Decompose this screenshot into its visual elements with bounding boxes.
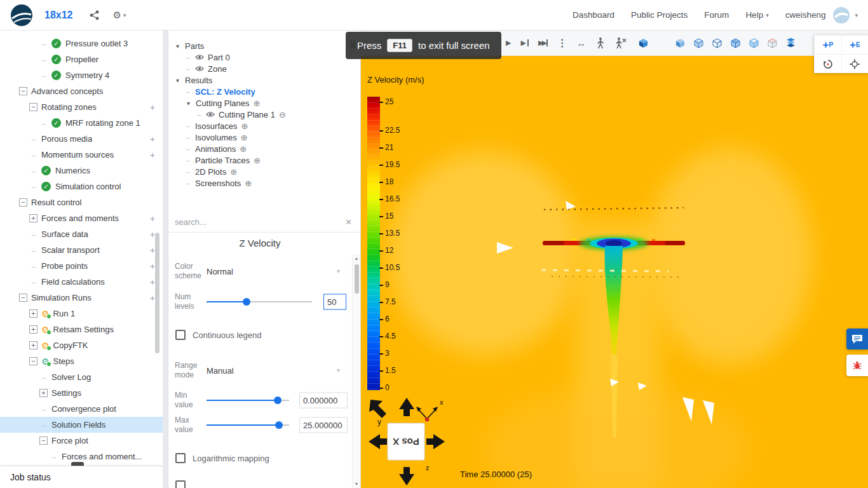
tree-item-zone[interactable]: –Zone bbox=[168, 63, 360, 74]
continuous-legend-checkbox[interactable] bbox=[175, 330, 186, 340]
add-circle-icon[interactable]: ⊕ bbox=[230, 167, 237, 177]
range-mode-select[interactable]: Manual ▾ bbox=[207, 366, 340, 376]
collapse-toggle-icon[interactable]: − bbox=[29, 103, 37, 111]
chat-button[interactable] bbox=[846, 329, 868, 349]
add-button[interactable]: + bbox=[150, 277, 155, 287]
project-title[interactable]: 18x12 bbox=[44, 10, 73, 21]
chevron-down-icon[interactable]: ▾ bbox=[184, 100, 193, 107]
add-button[interactable]: + bbox=[150, 293, 155, 303]
nav-forum[interactable]: Forum bbox=[704, 10, 729, 20]
min-value-input[interactable] bbox=[299, 393, 348, 409]
skip-to-end-button[interactable]: ▶▶ bbox=[538, 39, 548, 47]
tree-item-solver-log[interactable]: –Solver Log bbox=[0, 369, 163, 385]
view-orbit-button[interactable] bbox=[656, 37, 668, 49]
add-circle-icon[interactable]: ⊕ bbox=[241, 133, 248, 142]
tree-item-advanced-concepts[interactable]: −Advanced concepts bbox=[0, 83, 163, 99]
tree-item-force-plot[interactable]: −Force plot bbox=[0, 433, 163, 449]
expand-toggle-icon[interactable]: + bbox=[29, 214, 37, 222]
tree-item-symmetry-4[interactable]: –✓Symmetry 4 bbox=[0, 67, 163, 83]
app-logo[interactable] bbox=[10, 4, 33, 27]
close-icon[interactable]: × bbox=[343, 217, 354, 228]
add-circle-icon[interactable]: ⊕ bbox=[254, 156, 261, 165]
chevron-down-icon[interactable]: ▾ bbox=[173, 43, 182, 50]
view-cube-outline-button[interactable] bbox=[711, 37, 723, 49]
tree-item-2d-plots[interactable]: –2D Plots⊕ bbox=[168, 166, 360, 177]
project-settings-gear-icon[interactable]: ⚙▾ bbox=[113, 10, 126, 21]
viewer-3d[interactable]: ▶▶▶▶⋮↔ +P +E bbox=[361, 30, 868, 488]
tree-item-simulation-runs[interactable]: −Simulation Runs+ bbox=[0, 290, 163, 306]
expand-toggle-icon[interactable]: + bbox=[39, 389, 48, 397]
tree-item-cutting-planes[interactable]: ▾Cutting Planes⊕ bbox=[168, 97, 360, 109]
add-circle-icon[interactable]: ⊕ bbox=[245, 179, 252, 188]
add-button[interactable]: + bbox=[150, 134, 155, 144]
tree-item-mrf-rotating-zone-1[interactable]: –✓MRF rotating zone 1 bbox=[0, 115, 163, 131]
report-issue-button[interactable] bbox=[846, 355, 868, 376]
add-circle-icon[interactable]: ⊕ bbox=[254, 98, 261, 108]
user-menu-caret-icon[interactable]: ▾ bbox=[855, 12, 858, 18]
tree-item-forces-and-moments[interactable]: +Forces and moments+ bbox=[0, 210, 163, 226]
scroll-down-icon[interactable]: ▼ bbox=[353, 482, 360, 486]
view-layers-button[interactable] bbox=[785, 37, 797, 49]
tree-item-numerics[interactable]: –✓Numerics bbox=[0, 163, 163, 179]
add-probe-point-button[interactable]: +P bbox=[814, 35, 841, 54]
tree-item-momentum-sources[interactable]: –Momentum sources+ bbox=[0, 147, 163, 163]
tree-item-simulation-control[interactable]: –✓Simulation control bbox=[0, 179, 163, 194]
add-button[interactable]: + bbox=[150, 229, 155, 240]
slider-thumb[interactable] bbox=[243, 298, 250, 306]
tree-item-isovolumes[interactable]: –Isovolumes⊕ bbox=[168, 132, 360, 143]
view-cube-solid-button[interactable] bbox=[637, 37, 649, 49]
tree-item-scl-z-velocity[interactable]: –SCL: Z Velocity bbox=[168, 86, 360, 97]
center-view-button[interactable] bbox=[841, 54, 868, 73]
add-button[interactable]: + bbox=[150, 150, 155, 160]
color-scheme-select[interactable]: Normal ▾ bbox=[207, 267, 340, 276]
tree-item-porous-media[interactable]: –Porous media+ bbox=[0, 131, 163, 147]
viewer-canvas[interactable]: Pos X y z x Z Velocity (m/s) 2522.52119.… bbox=[361, 56, 868, 488]
tree-item-copyftk[interactable]: +⚙CopyFTK bbox=[0, 337, 163, 353]
measure-tool-button[interactable]: ↔ bbox=[577, 38, 586, 48]
tree-item-solution-fields[interactable]: –Solution Fields bbox=[0, 417, 163, 433]
num-levels-input[interactable] bbox=[323, 294, 346, 310]
eye-icon[interactable] bbox=[195, 54, 204, 60]
tree-item-propeller[interactable]: –✓Propeller bbox=[0, 51, 163, 67]
tree-item-convergence-plot[interactable]: –Convergence plot bbox=[0, 401, 163, 417]
tree-item-surface-data[interactable]: –Surface data+ bbox=[0, 226, 163, 242]
job-status-bar[interactable]: Job status bbox=[0, 466, 163, 488]
nav-public-projects[interactable]: Public Projects bbox=[631, 10, 688, 20]
num-levels-slider[interactable] bbox=[207, 297, 312, 306]
free-rotate-button[interactable] bbox=[814, 54, 841, 73]
sidebar-scrollbar[interactable] bbox=[155, 233, 159, 353]
chevron-down-icon[interactable]: ▾ bbox=[173, 77, 182, 84]
tree-item-pressure-outlet-3[interactable]: –✓Pressure outlet 3 bbox=[0, 36, 163, 51]
play-button[interactable]: ▶ bbox=[506, 39, 511, 47]
tree-item-particle-traces[interactable]: –Particle Traces⊕ bbox=[168, 154, 360, 166]
tree-item-cutting-plane-1[interactable]: –Cutting Plane 1⊖ bbox=[168, 109, 360, 120]
slider-thumb[interactable] bbox=[274, 396, 281, 404]
walkthrough-button[interactable] bbox=[595, 37, 606, 49]
slider-thumb[interactable] bbox=[275, 421, 283, 429]
view-grid-button[interactable] bbox=[748, 37, 760, 49]
more-options-button[interactable]: ⋮ bbox=[557, 37, 567, 49]
add-circle-icon[interactable]: ⊕ bbox=[241, 121, 248, 131]
tree-item-scalar-transport[interactable]: –Scalar transport+ bbox=[0, 242, 163, 258]
add-button[interactable]: + bbox=[150, 214, 155, 224]
partially-visible-checkbox[interactable] bbox=[175, 480, 186, 488]
scrollbar-thumb[interactable] bbox=[355, 264, 359, 294]
remove-circle-icon[interactable]: ⊖ bbox=[279, 110, 286, 119]
username[interactable]: cweisheng bbox=[785, 10, 826, 20]
tree-item-field-calculations[interactable]: –Field calculations+ bbox=[0, 274, 163, 290]
expand-toggle-icon[interactable]: + bbox=[29, 325, 37, 334]
tree-item-animations[interactable]: –Animations⊕ bbox=[168, 143, 360, 154]
collapse-toggle-icon[interactable]: − bbox=[19, 294, 27, 302]
add-button[interactable]: + bbox=[150, 102, 155, 112]
nav-help[interactable]: Help▾ bbox=[745, 10, 768, 20]
properties-scrollbar[interactable]: ▲ ▼ bbox=[352, 254, 360, 488]
min-value-slider[interactable] bbox=[207, 396, 289, 405]
scroll-up-icon[interactable]: ▲ bbox=[353, 256, 360, 261]
tree-item-settings[interactable]: +Settings bbox=[0, 385, 163, 401]
collapse-toggle-icon[interactable]: − bbox=[29, 357, 37, 365]
add-element-button[interactable]: +E bbox=[841, 35, 868, 54]
tree-item-part-0[interactable]: –Part 0 bbox=[168, 51, 360, 63]
exit-walkthrough-button[interactable] bbox=[615, 37, 627, 49]
view-section-red-button[interactable] bbox=[766, 37, 778, 49]
user-avatar[interactable] bbox=[833, 7, 850, 24]
